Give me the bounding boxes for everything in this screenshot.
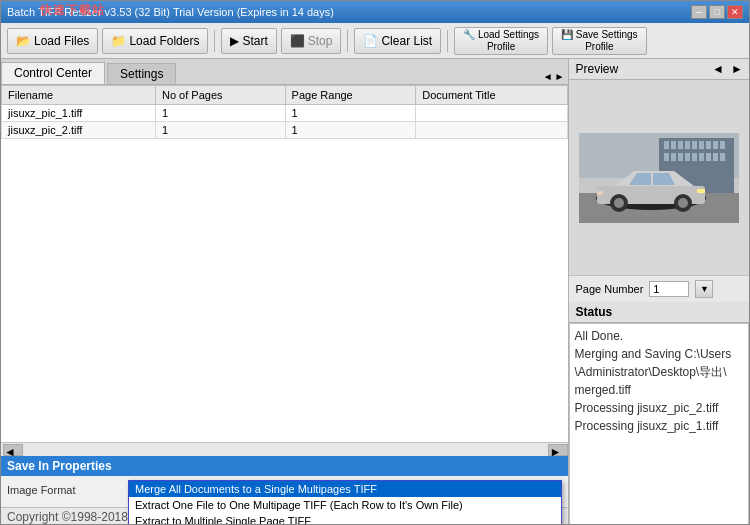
page-number-dropdown[interactable]: ▼ — [695, 280, 713, 298]
dropdown-item[interactable]: Merge All Documents to a Single Multipag… — [129, 481, 561, 497]
main-area: Control Center Settings ◄ ► Filename No … — [1, 59, 749, 525]
folder-icon: 📁 — [111, 34, 126, 48]
table-row[interactable]: jisuxz_pic_1.tiff11 — [2, 105, 568, 122]
svg-rect-8 — [692, 141, 697, 149]
start-button[interactable]: ▶ Start — [221, 28, 276, 54]
tab-next-arrow[interactable]: ► — [555, 71, 565, 82]
preview-nav-arrows: ◄ ► — [712, 62, 743, 76]
title-bar-text: Batch TIFF Resizer v3.53 (32 Bit) Trial … — [7, 6, 334, 18]
svg-rect-6 — [678, 141, 683, 149]
svg-rect-13 — [664, 153, 669, 161]
status-header: Status — [569, 302, 749, 323]
stop-button[interactable]: ⬛ Stop — [281, 28, 342, 54]
page-number-label: Page Number — [575, 283, 643, 295]
status-line: merged.tiff — [574, 381, 744, 399]
preview-next-arrow[interactable]: ► — [731, 62, 743, 76]
col-title: Document Title — [416, 86, 568, 105]
props-table: Image Format Merge All Documents to a Si… — [1, 476, 568, 507]
save-settings-profile-button[interactable]: 💾 Save Settings Profile — [552, 27, 646, 55]
stop-icon: ⬛ — [290, 34, 305, 48]
page-number-input[interactable] — [649, 281, 689, 297]
scroll-left-btn[interactable]: ◄ — [3, 444, 23, 456]
svg-rect-31 — [597, 191, 603, 195]
svg-rect-18 — [699, 153, 704, 161]
svg-rect-30 — [697, 189, 705, 193]
svg-rect-14 — [671, 153, 676, 161]
svg-rect-15 — [678, 153, 683, 161]
scroll-track — [23, 446, 548, 454]
left-panel: Control Center Settings ◄ ► Filename No … — [1, 59, 569, 525]
svg-rect-16 — [685, 153, 690, 161]
title-bar: Batch TIFF Resizer v3.53 (32 Bit) Trial … — [1, 1, 749, 23]
toolbar-separator-2 — [347, 30, 348, 52]
page-number-row: Page Number ▼ — [569, 275, 749, 302]
maximize-button[interactable]: □ — [709, 5, 725, 19]
svg-rect-12 — [720, 141, 725, 149]
toolbar-separator-1 — [214, 30, 215, 52]
image-format-dropdown[interactable]: Merge All Documents to a Single Multipag… — [128, 480, 562, 525]
tab-prev-arrow[interactable]: ◄ — [543, 71, 553, 82]
status-content: All Done.Merging and Saving C:\Users\Adm… — [569, 323, 749, 525]
preview-image — [579, 133, 739, 223]
dropdown-item[interactable]: Extract One File to One Multipage TIFF (… — [129, 497, 561, 513]
save-in-props-header: Save In Properties — [1, 456, 568, 476]
svg-rect-10 — [706, 141, 711, 149]
folder-open-icon: 📂 — [16, 34, 31, 48]
minimize-button[interactable]: ─ — [691, 5, 707, 19]
preview-header: Preview ◄ ► — [569, 59, 749, 80]
svg-point-29 — [678, 198, 688, 208]
status-line: Merging and Saving C:\Users — [574, 345, 744, 363]
svg-rect-19 — [706, 153, 711, 161]
horizontal-scrollbar[interactable]: ◄ ► — [1, 442, 568, 456]
clear-list-button[interactable]: 📄 Clear List — [354, 28, 441, 54]
file-table: Filename No of Pages Page Range Document… — [1, 85, 568, 139]
tab-nav-arrows: ◄ ► — [539, 69, 569, 84]
toolbar: 📂 Load Files 📁 Load Folders ▶ Start ⬛ St… — [1, 23, 749, 59]
status-line: \Administrator\Desktop\导出\ — [574, 363, 744, 381]
svg-rect-20 — [713, 153, 718, 161]
file-table-wrap: Filename No of Pages Page Range Document… — [1, 85, 568, 442]
clear-icon: 📄 — [363, 34, 378, 48]
col-range: Page Range — [285, 86, 416, 105]
preview-title: Preview — [575, 62, 618, 76]
tab-settings[interactable]: Settings — [107, 63, 176, 84]
toolbar-separator-3 — [447, 30, 448, 52]
scroll-right-btn[interactable]: ► — [548, 444, 568, 456]
svg-rect-5 — [671, 141, 676, 149]
tabs: Control Center Settings ◄ ► — [1, 59, 568, 85]
col-pages: No of Pages — [155, 86, 285, 105]
status-line: Processing jisuxz_pic_2.tiff — [574, 399, 744, 417]
right-panel: Preview ◄ ► — [569, 59, 749, 525]
svg-rect-9 — [699, 141, 704, 149]
load-folders-button[interactable]: 📁 Load Folders — [102, 28, 208, 54]
svg-rect-21 — [720, 153, 725, 161]
image-format-label: Image Format — [7, 484, 122, 496]
svg-rect-17 — [692, 153, 697, 161]
svg-rect-4 — [664, 141, 669, 149]
svg-rect-7 — [685, 141, 690, 149]
table-row[interactable]: jisuxz_pic_2.tiff11 — [2, 122, 568, 139]
svg-rect-11 — [713, 141, 718, 149]
preview-prev-arrow[interactable]: ◄ — [712, 62, 724, 76]
image-format-row: Image Format Merge All Documents to a Si… — [7, 480, 562, 500]
dropdown-item[interactable]: Extract to Multiple Single Page TIFF — [129, 513, 561, 525]
status-line: All Done. — [574, 327, 744, 345]
load-settings-profile-button[interactable]: 🔧 Load Settings Profile — [454, 27, 548, 55]
play-icon: ▶ — [230, 34, 239, 48]
title-bar-controls: ─ □ ✕ — [691, 5, 743, 19]
preview-area — [569, 80, 749, 275]
close-button[interactable]: ✕ — [727, 5, 743, 19]
status-line: Processing jisuxz_pic_1.tiff — [574, 417, 744, 435]
image-format-container: Merge All Documents to a Single Multipag… — [128, 480, 562, 500]
load-files-button[interactable]: 📂 Load Files — [7, 28, 98, 54]
tab-control-center[interactable]: Control Center — [1, 62, 105, 84]
svg-point-27 — [614, 198, 624, 208]
col-filename: Filename — [2, 86, 156, 105]
